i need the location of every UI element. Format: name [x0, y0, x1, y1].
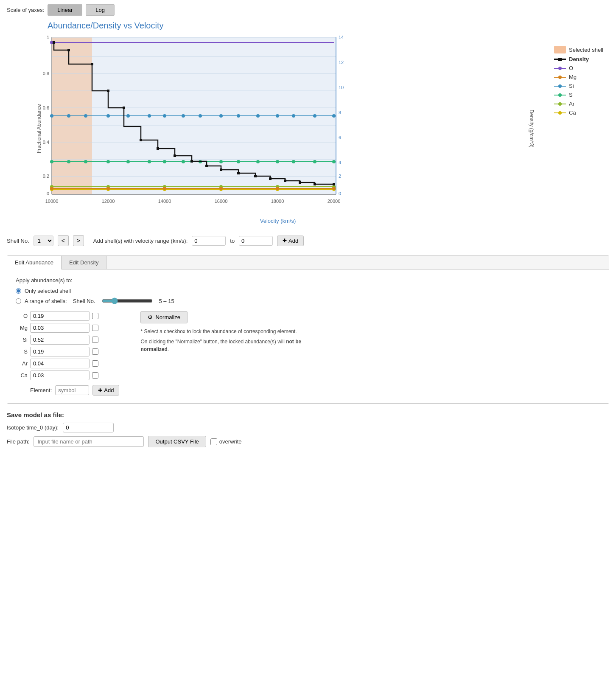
svg-rect-100 [284, 180, 286, 182]
element-input-s[interactable] [30, 347, 90, 356]
element-input-mg[interactable] [30, 323, 90, 333]
isotope-input[interactable] [63, 423, 114, 432]
element-lock-ca[interactable] [92, 372, 98, 379]
shell-range-display: 5 – 15 [159, 298, 174, 304]
element-lock-ar[interactable] [92, 360, 98, 367]
element-input-ca[interactable] [30, 370, 90, 380]
svg-text:10: 10 [339, 85, 344, 90]
radio-range-input[interactable] [16, 298, 21, 304]
element-symbol-input[interactable] [55, 385, 89, 395]
svg-text:6: 6 [339, 135, 341, 140]
chart-legend: Selected shell Density O Mg [554, 46, 609, 116]
next-shell-btn[interactable]: > [73, 235, 84, 246]
chart-wrap: Fractional Abundance Density (g/cm^3) [7, 33, 546, 224]
svg-point-50 [332, 114, 336, 118]
legend-item-si: Si [554, 83, 609, 89]
element-row-ar: Ar [16, 359, 119, 368]
svg-point-84 [332, 187, 336, 190]
radio-only-selected-input[interactable] [16, 288, 21, 294]
svg-rect-86 [53, 41, 55, 44]
svg-point-53 [84, 160, 87, 163]
range-from-input[interactable] [192, 236, 226, 246]
filepath-input[interactable] [34, 436, 144, 447]
element-lock-si[interactable] [92, 337, 98, 343]
svg-rect-91 [140, 139, 142, 141]
chart-svg[interactable]: 1 0.8 0.6 0.4 0.2 0 14 12 10 8 6 4 2 0 1… [31, 33, 353, 216]
svg-point-64 [292, 160, 295, 163]
tab-edit-density[interactable]: Edit Density [62, 256, 106, 269]
overwrite-checkbox[interactable] [210, 438, 217, 445]
scale-row: Scale of yaxes: Linear Log [7, 4, 609, 16]
add-element-row: Element: ✚ Add [30, 385, 119, 396]
svg-point-63 [276, 160, 279, 163]
element-input-o[interactable] [30, 311, 90, 321]
radio-range-label: A range of shells: [25, 298, 67, 304]
svg-rect-93 [174, 154, 176, 157]
add-range-label: Add shell(s) with velocity range (km/s): [93, 238, 188, 244]
legend-label-o: O [569, 65, 573, 71]
shell-number-select[interactable]: 12345 678910 [34, 236, 53, 246]
normalize-btn[interactable]: ⚙ Normalize [140, 311, 188, 323]
scale-linear-btn[interactable]: Linear [48, 4, 82, 16]
svg-point-48 [292, 114, 295, 118]
legend-label-density: Density [569, 56, 589, 62]
svg-point-54 [106, 160, 110, 163]
legend-item-s: S [554, 92, 609, 98]
element-label: Element: [30, 387, 52, 393]
radio-range-shells: A range of shells: Shell No. 5 – 15 [16, 297, 600, 304]
element-lock-mg[interactable] [92, 325, 98, 331]
plus-icon-element: ✚ [98, 387, 102, 393]
legend-label-ca: Ca [569, 109, 576, 116]
tab-edit-abundance[interactable]: Edit Abundance [7, 256, 62, 269]
radio-only-selected: Only selected shell [16, 288, 600, 294]
element-lock-s[interactable] [92, 348, 98, 355]
svg-text:12000: 12000 [102, 199, 115, 204]
svg-point-51 [50, 160, 53, 163]
save-title: Save model as file: [7, 411, 609, 418]
element-symbol-s: S [16, 348, 28, 355]
isotope-label: Isotope time_0 (day): [7, 424, 59, 431]
plus-icon: ✚ [283, 238, 287, 244]
overwrite-label[interactable]: overwrite [210, 438, 242, 445]
svg-rect-89 [107, 90, 109, 92]
svg-point-60 [219, 160, 223, 163]
y-axis-right-label: Density (g/cm^3) [529, 109, 535, 148]
svg-rect-95 [205, 165, 208, 167]
element-input-si[interactable] [30, 335, 90, 345]
svg-point-44 [219, 114, 223, 118]
chart-container: Fractional Abundance Density (g/cm^3) [7, 33, 609, 224]
svg-point-80 [106, 187, 110, 190]
element-lock-o[interactable] [92, 313, 98, 319]
svg-text:18000: 18000 [271, 199, 284, 204]
svg-point-47 [276, 114, 279, 118]
svg-text:0: 0 [339, 191, 341, 196]
svg-rect-101 [299, 181, 301, 184]
overwrite-text: overwrite [219, 438, 242, 445]
legend-label-selected-shell: Selected shell [569, 47, 603, 53]
svg-text:14000: 14000 [158, 199, 171, 204]
svg-rect-103 [333, 183, 335, 185]
shell-range-slider[interactable] [102, 297, 153, 304]
svg-point-81 [163, 187, 166, 190]
prev-shell-btn[interactable]: < [58, 235, 69, 246]
legend-item-ar: Ar [554, 101, 609, 107]
svg-point-45 [237, 114, 240, 118]
tabs-container: Edit Abundance Edit Density Apply abunda… [7, 255, 609, 404]
normalize-not-normalized: not be normalized [140, 339, 301, 352]
svg-text:1: 1 [47, 35, 49, 40]
element-row-o: O [16, 311, 119, 321]
output-csvy-btn[interactable]: Output CSVY File [148, 436, 206, 447]
add-element-btn[interactable]: ✚ Add [92, 385, 119, 396]
svg-text:16000: 16000 [215, 199, 228, 204]
svg-point-61 [237, 160, 240, 163]
svg-point-62 [256, 160, 260, 163]
element-input-ar[interactable] [30, 359, 90, 368]
svg-point-82 [219, 187, 223, 190]
range-to-input[interactable] [239, 236, 273, 246]
add-shell-btn[interactable]: ✚ Add [277, 236, 304, 246]
svg-point-43 [199, 114, 202, 118]
scale-log-btn[interactable]: Log [86, 4, 115, 16]
filepath-label: File path: [7, 438, 29, 445]
svg-point-38 [106, 114, 110, 118]
svg-text:14: 14 [339, 35, 344, 40]
